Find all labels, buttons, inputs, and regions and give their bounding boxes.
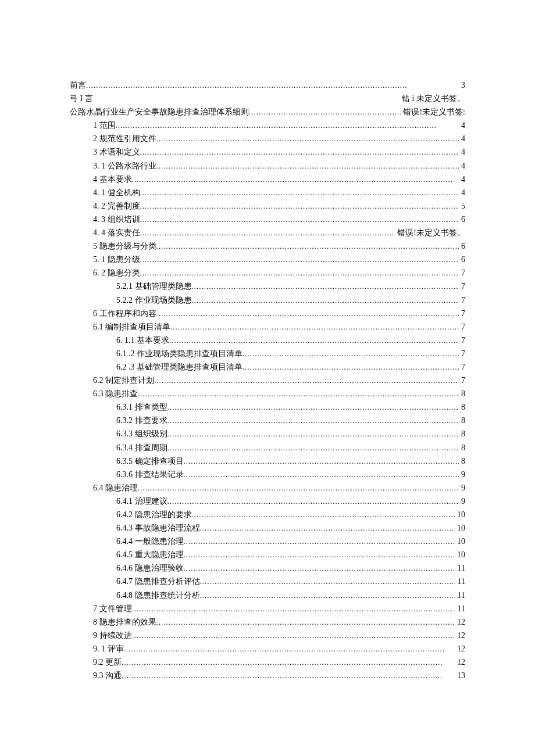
toc-label: 9 持续改进 bbox=[93, 629, 132, 642]
toc-label: 6.1 .2 作业现场类隐患排查项目清单 bbox=[116, 347, 242, 360]
toc-page: 7 bbox=[459, 334, 465, 347]
toc-label: 6.2 制定排查计划 bbox=[93, 374, 154, 387]
toc-leader-dots bbox=[184, 535, 455, 548]
toc-entry: 6.3.4 排查周期8 bbox=[70, 441, 465, 454]
toc-label: 公路水晶行业生产安全事故隐患排查治理体系细则 bbox=[70, 105, 249, 119]
toc-leader-dots bbox=[156, 239, 459, 253]
toc-page: 7 bbox=[459, 320, 465, 334]
toc-leader-dots bbox=[122, 669, 455, 682]
toc-page: 4 bbox=[459, 145, 465, 159]
toc-leader-dots bbox=[169, 334, 459, 347]
toc-entry: 9.2 更新12 bbox=[70, 655, 465, 669]
toc-entry: 2 规范性引用文件4 bbox=[70, 132, 465, 145]
toc-label: 6.4 隐患治理 bbox=[93, 481, 138, 495]
toc-page: 11 bbox=[455, 602, 465, 615]
toc-entry: 5.2.1 基础管理类隐患7 bbox=[70, 280, 465, 293]
toc-page: 12 bbox=[455, 655, 465, 669]
toc-leader-dots bbox=[167, 400, 459, 414]
toc-entry: 6.1 编制排查项目清单7 bbox=[70, 320, 465, 334]
toc-label: 6.4.8 隐患排查统计分析 bbox=[116, 589, 200, 602]
toc-page: 4 bbox=[459, 119, 465, 132]
toc-page: 7 bbox=[459, 266, 465, 280]
toc-entry: 3. 1 公路水路行业4 bbox=[70, 159, 465, 173]
toc-leader-dots bbox=[132, 629, 455, 642]
toc-entry: 6.4.3 事故隐患治理流程10 bbox=[70, 521, 465, 535]
toc-leader-dots bbox=[138, 387, 459, 400]
toc-page: 8 bbox=[459, 454, 465, 468]
toc-label: 6.4.3 事故隐患治理流程 bbox=[116, 521, 200, 535]
toc-leader-dots bbox=[167, 441, 459, 454]
toc-page: 3 bbox=[459, 78, 465, 92]
toc-leader-dots bbox=[156, 307, 459, 320]
toc-entry: 6.3.1 排查类型8 bbox=[70, 400, 465, 414]
toc-page: 7 bbox=[459, 347, 465, 360]
toc-label: 4. 1 健全机构 bbox=[93, 186, 140, 199]
toc-label: 7 文件管理 bbox=[93, 602, 132, 615]
toc-page: 4 bbox=[459, 186, 465, 199]
toc-page: 4 bbox=[459, 173, 465, 186]
toc-page: 8 bbox=[459, 427, 465, 440]
toc-entry: 4. 3 组织培训6 bbox=[70, 213, 465, 226]
toc-label: 6. 1.1 基本要求 bbox=[116, 334, 169, 347]
toc-leader-dots bbox=[140, 226, 395, 239]
toc-entry: 6.4.2 隐患治理的要求10 bbox=[70, 508, 465, 521]
toc-page: 4 bbox=[459, 159, 465, 173]
toc-entry: 5 隐患分级与分类6 bbox=[70, 239, 465, 253]
toc-page: 7 bbox=[459, 374, 465, 387]
toc-label: 6.4.1 治理建议 bbox=[116, 495, 167, 508]
toc-leader-dots bbox=[124, 642, 455, 655]
toc-page: 5 bbox=[459, 199, 465, 213]
toc-label: 9. 1 评审 bbox=[93, 642, 124, 655]
toc-leader-dots bbox=[140, 199, 459, 213]
toc-page: 7 bbox=[459, 307, 465, 320]
toc-leader-dots bbox=[156, 132, 459, 145]
toc-label: 3 术语和定义 bbox=[93, 145, 140, 159]
toc-label: 4 基本要求 bbox=[93, 173, 132, 186]
toc-leader-dots bbox=[140, 145, 459, 159]
toc-entry: 6. 1.1 基本要求7 bbox=[70, 334, 465, 347]
toc-page: 10 bbox=[455, 548, 465, 561]
toc-label: 2 规范性引用文件 bbox=[93, 132, 156, 145]
toc-entry: 3 术语和定义4 bbox=[70, 145, 465, 159]
toc-entry: 6.4.7 隐患排查分析评估11 bbox=[70, 575, 465, 588]
toc-label: 6.4.4 一般隐患治理 bbox=[116, 535, 184, 548]
toc-label: 4. 3 组织培训 bbox=[93, 213, 140, 226]
toc-label: 1 范围 bbox=[93, 119, 116, 132]
toc-page: 8 bbox=[459, 400, 465, 414]
toc-page: 11 bbox=[455, 575, 465, 588]
toc-entry: 弓 I 言错 i 未定义书签。 bbox=[70, 92, 465, 105]
toc-page: 错 i 未定义书签。 bbox=[402, 92, 465, 105]
toc-leader-dots bbox=[184, 548, 455, 561]
toc-page: 12 bbox=[455, 615, 465, 629]
toc-label: 6.4.2 隐患治理的要求 bbox=[116, 508, 192, 521]
toc-leader-dots bbox=[154, 374, 459, 387]
toc-leader-dots bbox=[184, 468, 459, 481]
toc-leader-dots bbox=[192, 508, 455, 521]
toc-label: 5.2.2 作业现场类隐患 bbox=[116, 293, 192, 307]
toc-label: 6.4.5 重大隐患治理 bbox=[116, 548, 184, 561]
toc-label: 5.2.1 基础管理类隐患 bbox=[116, 280, 192, 293]
toc-entry: 6.4.4 一般隐患治理10 bbox=[70, 535, 465, 548]
toc-page: 10 bbox=[455, 535, 465, 548]
toc-label: 6.3.1 排查类型 bbox=[116, 400, 167, 414]
toc-page: 13 bbox=[455, 669, 465, 682]
toc-entry: 6.4.6 隐患治理验收11 bbox=[70, 561, 465, 575]
toc-entry: 6.4.8 隐患排查统计分析11 bbox=[70, 589, 465, 602]
toc-label: 4. 2 完善制度 bbox=[93, 199, 140, 213]
toc-entry: 6.2 .3 基础管理类隐患排查项目清单7 bbox=[70, 360, 465, 374]
toc-label: 6.3.4 排查周期 bbox=[116, 441, 167, 454]
toc-entry: 9. 1 评审12 bbox=[70, 642, 465, 655]
toc-leader-dots bbox=[184, 454, 459, 468]
toc-leader-dots bbox=[167, 427, 459, 440]
toc-leader-dots bbox=[116, 119, 459, 132]
toc-page: 12 bbox=[455, 629, 465, 642]
toc-entry: 4. 2 完善制度5 bbox=[70, 199, 465, 213]
toc-page: 9 bbox=[459, 481, 465, 495]
toc-label: 弓 I 言 bbox=[70, 92, 93, 105]
toc-entry: 6.3.6 排查结果记录9 bbox=[70, 468, 465, 481]
toc-leader-dots bbox=[242, 360, 459, 374]
toc-label: 6.2 .3 基础管理类隐患排查项目清单 bbox=[116, 360, 242, 374]
toc-page: 9 bbox=[459, 468, 465, 481]
toc-entry: 6.3.3 组织级别8 bbox=[70, 427, 465, 440]
toc-leader-dots bbox=[156, 615, 455, 629]
